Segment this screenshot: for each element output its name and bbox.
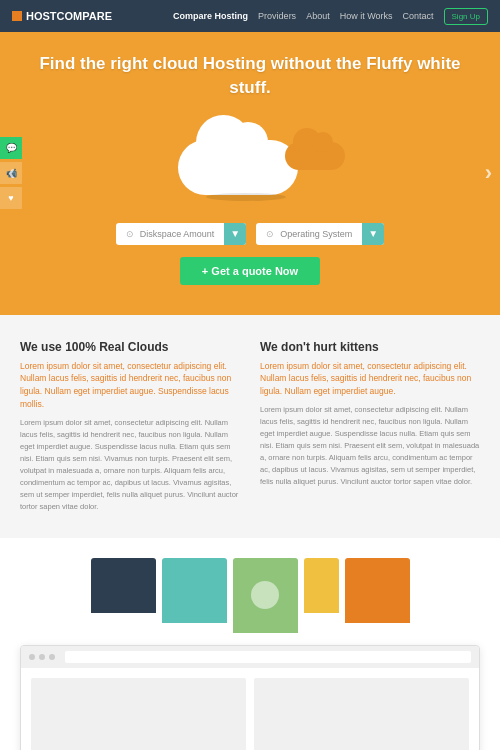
- browser-mockup: [20, 645, 480, 750]
- signup-button[interactable]: Sign Up: [444, 8, 488, 25]
- nav-contact[interactable]: Contact: [403, 11, 434, 21]
- diskspace-icon: ⊙: [126, 229, 134, 239]
- nav-logo: HOSTCOMPARE: [12, 10, 112, 22]
- hero-headline: Find the right cloud Hosting without the…: [0, 52, 500, 100]
- diskspace-arrow[interactable]: ▼: [224, 223, 246, 245]
- dropdowns-row: ⊙ Diskspace Amount ▼ ⊙ Operating System …: [0, 223, 500, 245]
- logo-text: HOSTCOMPARE: [26, 10, 112, 22]
- navbar: HOSTCOMPARE Compare Hosting Providers Ab…: [0, 0, 500, 32]
- cloud-small: [285, 142, 345, 170]
- feature-2-title: We don't hurt kittens: [260, 340, 480, 354]
- feature-2-body: Lorem ipsum dolor sit amet, consectetur …: [260, 404, 480, 488]
- nav-links: Compare Hosting Providers About How it W…: [173, 8, 488, 25]
- browser-dot-1: [29, 654, 35, 660]
- showcase-section: [0, 538, 500, 750]
- logo-icon: [12, 11, 22, 21]
- color-bars: [0, 558, 500, 633]
- feature-col-2: We don't hurt kittens Lorem ipsum dolor …: [260, 340, 480, 513]
- os-arrow[interactable]: ▼: [362, 223, 384, 245]
- nav-providers[interactable]: Providers: [258, 11, 296, 21]
- os-label: Operating System: [280, 229, 352, 239]
- nav-compare[interactable]: Compare Hosting: [173, 11, 248, 21]
- bar-green: [233, 558, 298, 633]
- browser-url-bar: [65, 651, 471, 663]
- os-icon: ⊙: [266, 229, 274, 239]
- nav-how[interactable]: How it Works: [340, 11, 393, 21]
- feature-1-body: Lorem ipsum dolor sit amet, consectetur …: [20, 417, 240, 513]
- bar-dark: [91, 558, 156, 613]
- browser-dot-2: [39, 654, 45, 660]
- cloud-main: [178, 140, 298, 195]
- browser-content: [21, 668, 479, 750]
- content-block-1: [31, 678, 246, 750]
- bar-teal: [162, 558, 227, 623]
- content-block-2: [254, 678, 469, 750]
- hero-section: 💬 📹 ♥ ‹ › Find the right cloud Hosting w…: [0, 32, 500, 315]
- feature-1-title: We use 100% Real Clouds: [20, 340, 240, 354]
- os-dropdown[interactable]: ⊙ Operating System ▼: [256, 223, 384, 245]
- nav-about[interactable]: About: [306, 11, 330, 21]
- browser-bar: [21, 646, 479, 668]
- features-section: We use 100% Real Clouds Lorem ipsum dolo…: [0, 315, 500, 538]
- browser-dot-3: [49, 654, 55, 660]
- diskspace-dropdown[interactable]: ⊙ Diskspace Amount ▼: [116, 223, 247, 245]
- bar-orange: [345, 558, 410, 623]
- feature-2-highlight: Lorem ipsum dolor sit amet, consectetur …: [260, 360, 480, 398]
- feature-col-1: We use 100% Real Clouds Lorem ipsum dolo…: [20, 340, 240, 513]
- get-quote-button[interactable]: + Get a quote Now: [180, 257, 320, 285]
- diskspace-label: Diskspace Amount: [140, 229, 215, 239]
- feature-1-highlight: Lorem ipsum dolor sit amet, consectetur …: [20, 360, 240, 411]
- hero-clouds: [0, 115, 500, 205]
- cloud-shadow: [206, 193, 286, 201]
- bar-yellow: [304, 558, 339, 613]
- features-grid: We use 100% Real Clouds Lorem ipsum dolo…: [20, 340, 480, 513]
